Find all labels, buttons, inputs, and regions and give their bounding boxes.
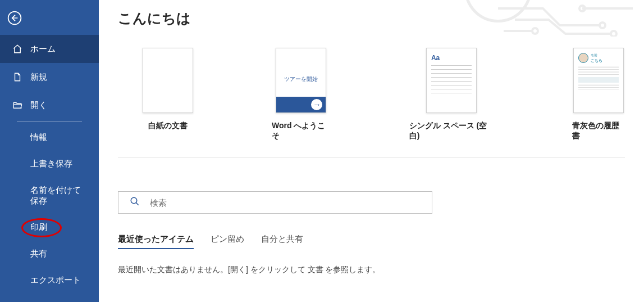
sidebar-label: エクスポート bbox=[30, 275, 81, 285]
sidebar-label: 名前を付けて保存 bbox=[30, 185, 81, 205]
template-thumbnail: 名前 こちら bbox=[573, 48, 624, 113]
search-input[interactable] bbox=[150, 198, 421, 208]
search-icon bbox=[130, 196, 140, 209]
sidebar-divider bbox=[17, 121, 82, 122]
sidebar-label: 開く bbox=[30, 100, 47, 111]
template-gallery: 白紙の文書 ツアーを開始 → Word へようこそ Aa シングル スペース (… bbox=[118, 48, 625, 157]
sidebar-label: 共有 bbox=[30, 249, 47, 258]
sidebar-item-info[interactable]: 情報 bbox=[0, 124, 99, 151]
template-welcome[interactable]: ツアーを開始 → Word へようこそ bbox=[272, 48, 331, 141]
sidebar-label: 情報 bbox=[30, 132, 47, 142]
svg-point-5 bbox=[131, 197, 137, 204]
template-blank[interactable]: 白紙の文書 bbox=[143, 48, 193, 141]
main-area: R こんにちは 白紙の文書 ツアーを開始 → Word へようこそ bbox=[99, 0, 644, 302]
sidebar-label: 新規 bbox=[30, 72, 47, 83]
search-box[interactable] bbox=[118, 191, 432, 214]
sidebar-item-export[interactable]: エクスポート bbox=[0, 267, 99, 294]
svg-point-2 bbox=[611, 31, 616, 37]
sidebar-label: 印刷 bbox=[30, 222, 47, 232]
avatar-icon bbox=[578, 53, 588, 63]
tab-pinned[interactable]: ピン留め bbox=[211, 234, 244, 249]
svg-point-1 bbox=[600, 22, 605, 28]
template-label: 青灰色の履歴書 bbox=[572, 121, 625, 141]
template-thumbnail: ツアーを開始 → bbox=[276, 48, 326, 113]
sidebar-item-print[interactable]: 印刷 bbox=[0, 214, 99, 241]
sidebar-item-home[interactable]: ホーム bbox=[0, 35, 99, 63]
back-button[interactable] bbox=[4, 8, 25, 28]
decorative-circuit-icon bbox=[498, 3, 644, 37]
sidebar-label: ホーム bbox=[30, 44, 56, 55]
sidebar-item-share[interactable]: 共有 bbox=[0, 241, 99, 267]
template-thumbnail: Aa bbox=[426, 48, 477, 113]
empty-recent-message: 最近開いた文書はありません。[開く] をクリックして 文書 を参照します。 bbox=[118, 265, 625, 275]
home-icon bbox=[11, 43, 24, 55]
template-resume[interactable]: 名前 こちら 青灰色の履歴書 bbox=[572, 48, 625, 141]
svg-point-3 bbox=[532, 28, 538, 34]
template-label: シングル スペース (空白) bbox=[409, 121, 494, 141]
template-label: 白紙の文書 bbox=[148, 121, 188, 131]
tab-recent[interactable]: 最近使ったアイテム bbox=[118, 234, 194, 249]
sidebar-item-new[interactable]: 新規 bbox=[0, 63, 99, 91]
sidebar-item-saveas[interactable]: 名前を付けて保存 bbox=[0, 177, 99, 214]
template-thumbnail bbox=[143, 48, 193, 113]
arrow-right-icon: → bbox=[311, 99, 322, 110]
tour-text: ツアーを開始 bbox=[276, 75, 326, 97]
recent-tabs: 最近使ったアイテム ピン留め 自分と共有 bbox=[118, 234, 625, 249]
tab-shared[interactable]: 自分と共有 bbox=[261, 234, 303, 249]
sidebar-item-open[interactable]: 開く bbox=[0, 91, 99, 119]
back-arrow-icon bbox=[7, 11, 22, 25]
sidebar-item-save[interactable]: 上書き保存 bbox=[0, 151, 99, 177]
sidebar: ホーム 新規 開く 情報 上書き保存 名前を付けて保存 印刷 共有 bbox=[0, 0, 99, 302]
sidebar-label: 上書き保存 bbox=[30, 159, 72, 168]
template-single-space[interactable]: Aa シングル スペース (空白) bbox=[409, 48, 494, 141]
folder-icon bbox=[11, 99, 24, 111]
file-icon bbox=[11, 71, 24, 83]
template-label: Word へようこそ bbox=[272, 121, 331, 141]
